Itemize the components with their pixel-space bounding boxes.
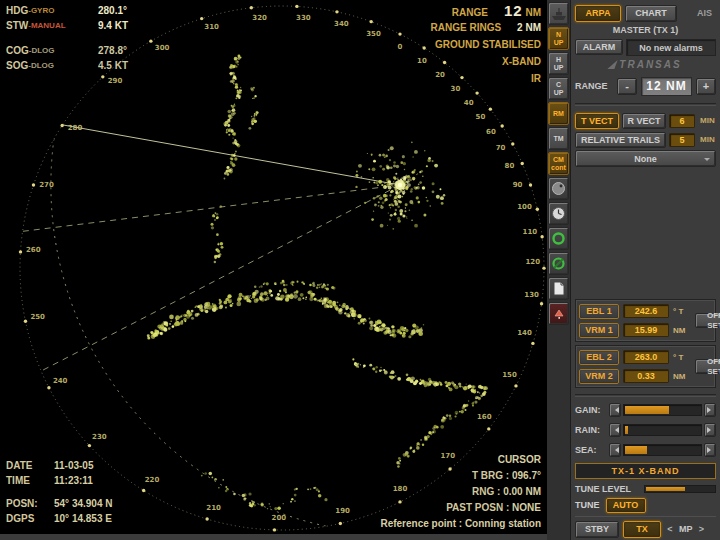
true-motion-button[interactable]: TM — [548, 127, 569, 150]
tune-level-fill — [646, 487, 685, 491]
radar-workstation: 0102030405060708090100110120130140150160… — [0, 0, 720, 540]
hdg-label: HDG — [6, 5, 28, 16]
cm-label-1: CM — [553, 156, 564, 164]
arrow-left-icon — [612, 447, 619, 453]
rain-fill — [625, 426, 628, 434]
mode-tabs: ARPA CHART AIS — [575, 3, 716, 23]
range-rings-label: RANGE RINGS — [431, 20, 502, 35]
gain-increase-button[interactable] — [704, 403, 716, 417]
tune-auto-button[interactable]: AUTO — [606, 498, 646, 513]
arrow-right-icon — [707, 447, 714, 453]
gain-slider[interactable] — [623, 404, 702, 416]
cog-label: COG — [6, 45, 29, 56]
range-rings-value: 2 NM — [517, 20, 541, 35]
true-vector-label: T VECT — [581, 116, 613, 126]
ebl1-button[interactable]: EBL 1 — [579, 304, 619, 319]
gain-decrease-button[interactable] — [609, 403, 621, 417]
past-posn-value: NONE — [512, 502, 541, 513]
green-ring-icon-button[interactable] — [548, 227, 569, 250]
arrow-left-icon — [612, 427, 619, 433]
vrm1-range-unit: NM — [673, 326, 691, 335]
ebl2-bearing-unit: ° T — [673, 353, 691, 362]
tab-ais-label: AIS — [697, 8, 712, 18]
rain-increase-button[interactable] — [704, 423, 716, 437]
vrm2-range-unit: NM — [673, 372, 691, 381]
standby-button[interactable]: STBY — [575, 521, 619, 538]
range-control-row: RANGE - 12 NM + — [575, 74, 716, 98]
cm-cont-button[interactable]: CMcont — [548, 152, 569, 175]
svg-text:110: 110 — [523, 228, 538, 236]
alarm-mark-icon-button[interactable] — [548, 302, 569, 325]
head-up-button[interactable]: HUP — [548, 52, 569, 75]
arrow-left-icon — [612, 407, 619, 413]
svg-text:40: 40 — [464, 99, 474, 107]
mp-next-button[interactable]: > — [697, 524, 707, 534]
mp-prev-button[interactable]: < — [665, 524, 675, 534]
dgps-label: DGPS — [6, 511, 54, 526]
sea-fill — [625, 446, 647, 454]
ebl1-offset-button[interactable]: OFFSET — [695, 313, 720, 328]
north-up-button[interactable]: NUP — [548, 27, 569, 50]
trails-time-unit: MIN — [700, 135, 715, 144]
rain-slider[interactable] — [623, 424, 702, 436]
course-up-button[interactable]: CUP — [548, 77, 569, 100]
transmit-control-row: STBY TX < MP > — [575, 516, 716, 538]
ebl2-group: EBL 2 263.0 ° T OFFSET VRM 2 0.33 NM — [575, 345, 716, 388]
brand-name: TRANSAS — [619, 59, 681, 70]
date-label: DATE — [6, 458, 54, 473]
ebl1-bearing-unit: ° T — [673, 307, 691, 316]
clock-icon — [551, 206, 566, 221]
tune-level-row: TUNE LEVEL — [575, 481, 716, 496]
svg-text:120: 120 — [525, 258, 540, 266]
clock-icon-button[interactable] — [548, 202, 569, 225]
stw-source: -MANUAL — [28, 21, 65, 30]
tab-ais[interactable]: AIS — [681, 8, 716, 18]
svg-text:210: 210 — [206, 504, 221, 512]
sea-decrease-button[interactable] — [609, 443, 621, 457]
svg-text:150: 150 — [502, 371, 517, 379]
mp-label: MP — [679, 524, 693, 534]
hdg-value: 280.1° — [98, 3, 127, 18]
range-decrease-button[interactable]: - — [617, 78, 637, 95]
arrow-right-icon — [707, 407, 714, 413]
true-vector-button[interactable]: T VECT — [575, 113, 619, 129]
relative-trails-button[interactable]: RELATIVE TRAILS — [575, 132, 666, 148]
vrm2-button[interactable]: VRM 2 — [579, 369, 619, 384]
ebl1-bearing-value[interactable]: 242.6 — [623, 304, 669, 318]
vector-mode-row: T VECT R VECT 6 MIN — [575, 111, 716, 130]
green-ring-off-icon-button[interactable] — [548, 252, 569, 275]
ebl2-offset-button[interactable]: OFFSET — [695, 359, 720, 374]
transmit-button[interactable]: TX — [623, 521, 661, 538]
ebl2-button[interactable]: EBL 2 — [579, 350, 619, 365]
stw-value: 9.4 KT — [98, 18, 128, 33]
alarm-button[interactable]: ALARM — [575, 39, 623, 55]
svg-text:350: 350 — [366, 30, 381, 38]
transceiver-status-bar[interactable]: TX-1 X-BAND — [575, 463, 716, 479]
sea-slider[interactable] — [623, 444, 702, 456]
relative-vector-button[interactable]: R VECT — [622, 113, 666, 129]
tune-level-meter — [644, 485, 716, 493]
cog-row: COG-DLOG 278.8° — [6, 43, 128, 58]
rain-decrease-button[interactable] — [609, 423, 621, 437]
note-icon-button[interactable] — [548, 277, 569, 300]
vrm1-button[interactable]: VRM 1 — [579, 323, 619, 338]
vrm1-range-value[interactable]: 15.99 — [623, 323, 669, 337]
trails-mode-dropdown[interactable]: None — [575, 150, 716, 167]
tab-arpa[interactable]: ARPA — [575, 5, 621, 22]
note-icon — [552, 281, 566, 296]
vrm2-range-value[interactable]: 0.33 — [623, 369, 669, 383]
svg-text:300: 300 — [155, 44, 170, 52]
trails-time-value[interactable]: 5 — [669, 133, 695, 147]
ebl2-bearing-value[interactable]: 263.0 — [623, 350, 669, 364]
tab-chart[interactable]: CHART — [625, 5, 677, 22]
sea-increase-button[interactable] — [704, 443, 716, 457]
relative-motion-button[interactable]: RM — [548, 102, 569, 125]
range-increase-button[interactable]: + — [696, 78, 716, 95]
sog-row: SOG-DLOG 4.5 KT — [6, 58, 128, 73]
vrm1-label: VRM 1 — [585, 325, 613, 335]
ship-icon-button[interactable] — [548, 2, 569, 25]
vector-time-value[interactable]: 6 — [669, 114, 695, 128]
knob-icon-button[interactable] — [548, 177, 569, 200]
cursor-info-block: CURSOR T BRG : 096.7° RNG : 0.00 NM PAST… — [380, 452, 541, 532]
gain-slider-row: GAIN: — [575, 400, 716, 420]
